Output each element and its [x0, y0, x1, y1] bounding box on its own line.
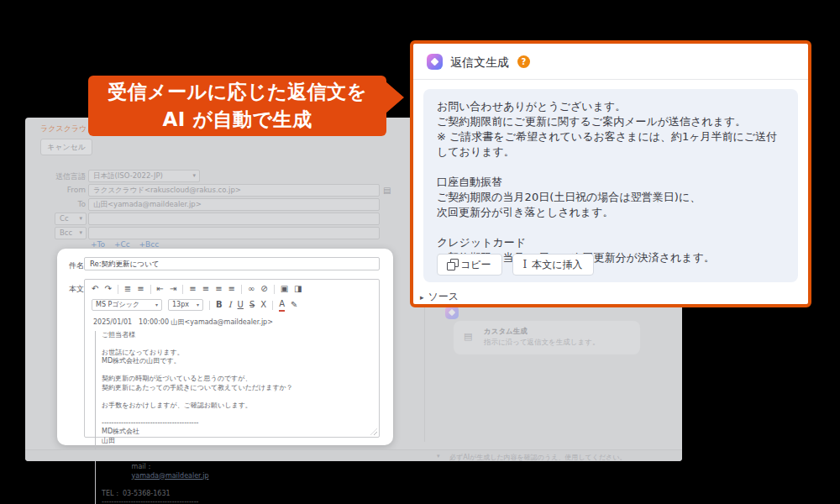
screen-background: ラクスクラウド：送信 キャンセル 送信言語 日本語(ISO-2022-JP) ▾… [0, 0, 840, 504]
reply-line: ご契約期限前にご更新に関するご案内メールが送信されます。 [437, 114, 785, 129]
redo-icon[interactable]: ↷ [104, 283, 111, 295]
ai-disclaimer-note: 必ずAIが生成した内容を確認のうえ、使用してください。 [449, 453, 626, 462]
address-book-icon[interactable]: ▤ [383, 186, 391, 195]
font-family-select[interactable]: MS Pゴシック ▾ [92, 299, 162, 311]
quote-line: 契約更新にあたっての手続きについて教えていただけますか？ [102, 384, 372, 393]
feature-callout: 受信メールに応じた返信文を AI が自動で生成 [88, 76, 386, 136]
signature-divider: ---------------------------------------- [102, 498, 372, 504]
subject-label: 件名 [69, 260, 84, 271]
quote-line: MD株式会社の山田です。 [102, 357, 372, 366]
panel-header: 返信文生成 ? [413, 44, 808, 80]
quote-line [102, 366, 372, 375]
quote-line: MD株式会社 [102, 428, 372, 437]
quote-line [102, 339, 372, 349]
text-color-icon[interactable]: A [279, 298, 285, 312]
highlight-icon[interactable]: ✎ [291, 299, 297, 311]
ibeam-cursor-icon: I [523, 259, 528, 270]
copy-button-label: コピー [460, 258, 491, 272]
add-recipient-links: +To +Cc +Bcc [91, 240, 165, 249]
chevron-down-icon: ▾ [197, 300, 199, 310]
link-icon[interactable]: ∞ [248, 283, 255, 295]
toolbar-divider [241, 285, 242, 294]
align-justify-icon[interactable]: ≡ [228, 283, 235, 295]
italic-icon[interactable]: I [228, 299, 232, 311]
align-center-icon[interactable]: ≡ [202, 283, 209, 295]
callout-arrow [386, 81, 404, 113]
reply-paragraph: お問い合わせありがとうございます。 ご契約期限前にご更新に関するご案内メールが送… [437, 99, 785, 160]
cc-dropdown-button[interactable]: Cc ▾ [55, 213, 87, 225]
quote-line: お世話になっております。 [102, 349, 372, 358]
toolbar-divider [272, 301, 273, 310]
tel-line: TEL： 03-5368-1631 [102, 490, 372, 499]
chevron-down-icon: ▾ [155, 300, 158, 310]
unlink-icon[interactable]: ⊘ [260, 283, 267, 295]
bullet-list-icon[interactable]: ≡ [137, 283, 144, 295]
editor-toolbar-row1: ↶ ↷ ≣ ≡ ⇤ ⇥ ≡ ≡ ≡ ≡ ∞ ⊘ ▣ [92, 283, 302, 295]
image-icon[interactable]: ▣ [281, 283, 288, 295]
underline-icon[interactable]: U [238, 299, 244, 311]
quoted-email: ご担当者様 お世話になっております。 MD株式会社の山田です。 契約更新の時期が… [95, 331, 372, 504]
source-disclosure[interactable]: ▸ ソース [420, 290, 459, 304]
bcc-input[interactable] [88, 227, 380, 239]
ai-sparkle-icon [427, 54, 443, 70]
bcc-label: Bcc [60, 228, 72, 237]
quote-line [102, 410, 372, 419]
reply-line: 口座自動振替 [437, 175, 785, 190]
rich-text-editor: ↶ ↷ ≣ ≡ ⇤ ⇥ ≡ ≡ ≡ ≡ ∞ ⊘ ▣ [84, 279, 380, 438]
email-body[interactable]: 2025/01/01 10:00:00 山田<yamada@maildealer… [93, 318, 372, 504]
mail-label: mail： [132, 463, 153, 470]
reply-line: クレジットカード [437, 235, 785, 250]
triangle-right-icon: ▸ [420, 293, 424, 302]
help-icon[interactable]: ? [517, 55, 530, 68]
toolbar-divider [150, 285, 151, 294]
indent-icon[interactable]: ⇥ [170, 283, 176, 295]
copy-button[interactable]: コピー [437, 254, 502, 276]
subject-input[interactable]: Re:契約更新について [84, 257, 380, 270]
undo-icon[interactable]: ↶ [92, 283, 98, 295]
add-cc-link[interactable]: +Cc [114, 240, 130, 249]
add-bcc-link[interactable]: +Bcc [139, 240, 160, 249]
chevron-down-icon: ▾ [79, 228, 82, 239]
cc-input[interactable] [88, 213, 380, 225]
reply-line: ※ ご請求書をご希望されているお客さまには、約1ヶ月半前にご送付しております。 [437, 129, 785, 160]
ai-sparkle-icon [445, 306, 459, 319]
editor-toolbar-row2: MS Pゴシック ▾ 13px ▾ B I U S X A ✎ [92, 298, 297, 312]
quote-line: ご担当者様 [102, 331, 372, 340]
source-label: ソース [428, 290, 459, 304]
language-value: 日本語(ISO-2022-JP) [93, 171, 163, 180]
chevron-down-icon: ▾ [437, 453, 440, 459]
align-left-icon[interactable]: ≡ [189, 283, 196, 295]
custom-generate-card[interactable]: ▤ カスタム生成 指示に沿って返信文を生成します。 [454, 321, 640, 354]
clear-format-icon[interactable]: X [260, 299, 266, 311]
quote-line: 契約更新の時期が近づいていると思うのですが、 [102, 375, 372, 384]
reply-line: ご契約期限の当月20日(土日祝の場合は翌営業日)に、 [437, 190, 785, 205]
language-label: 送信言語 [42, 171, 86, 182]
language-select[interactable]: 日本語(ISO-2022-JP) ▾ [88, 170, 200, 182]
align-right-icon[interactable]: ≡ [215, 283, 222, 295]
from-label: From [42, 186, 86, 194]
email-header-line: 2025/01/01 10:00:00 山田<yamada@maildealer… [93, 318, 372, 328]
from-input[interactable]: ラクスクラウド<rakuscloud@rakus.co.jp> [88, 184, 380, 197]
bold-icon[interactable]: B [216, 299, 223, 311]
chevron-down-icon: ▾ [79, 213, 82, 224]
compose-body-card: 件名 Re:契約更新について 本文 ↶ ↷ ≣ ≡ ⇤ ⇥ ≡ ≡ ≡ ≡ [57, 249, 393, 445]
ordered-list-icon[interactable]: ≣ [124, 283, 131, 295]
quote-line: 山田 [102, 437, 372, 446]
font-size-select[interactable]: 13px ▾ [168, 299, 203, 311]
cancel-button[interactable]: キャンセル [40, 139, 92, 155]
strikethrough-icon[interactable]: S [249, 299, 255, 311]
toolbar-divider [209, 301, 210, 310]
reply-line: お問い合わせありがとうございます。 [437, 99, 785, 114]
insert-to-body-button[interactable]: I 本文に挿入 [512, 254, 594, 276]
email-link[interactable]: yamada@maildealer.jp [132, 472, 209, 480]
cc-label: Cc [60, 214, 69, 223]
add-to-link[interactable]: +To [91, 240, 105, 249]
insert-button-label: 本文に挿入 [532, 258, 582, 272]
outdent-icon[interactable]: ⇤ [157, 283, 164, 295]
window-footer: ▾ 必ずAIが生成した内容を確認のうえ、使用してください。 [25, 449, 682, 461]
reply-line: 次回更新分が引き落としされます。 [437, 205, 785, 220]
panel-title: 返信文生成 [450, 55, 509, 71]
video-icon[interactable]: ◨ [294, 283, 302, 295]
to-input[interactable]: 山田<yamada@maildealer.jp> [88, 198, 380, 211]
bcc-dropdown-button[interactable]: Bcc ▾ [55, 227, 87, 239]
